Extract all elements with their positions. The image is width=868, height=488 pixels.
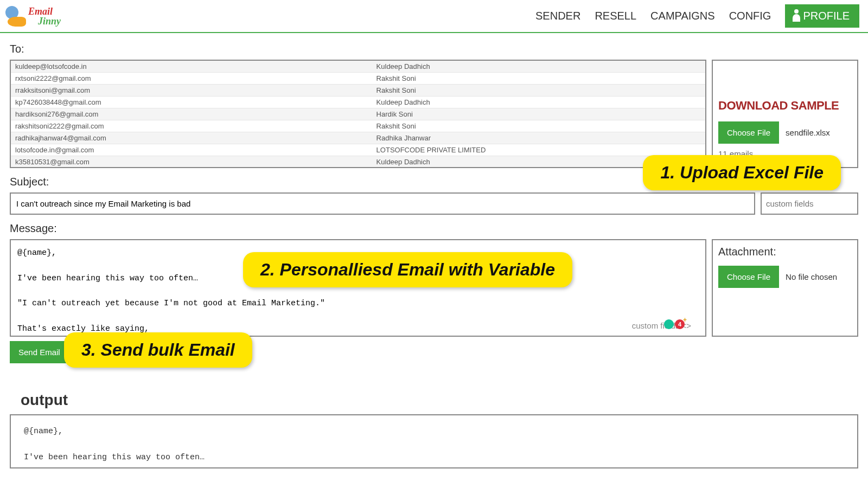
table-row[interactable]: rrakksitsoni@gmail.comRakshit Soni bbox=[11, 85, 705, 97]
person-icon bbox=[793, 14, 800, 22]
subject-custom-fields-select[interactable] bbox=[761, 192, 858, 215]
recipient-name: Kuldeep Dadhich bbox=[372, 97, 705, 108]
recipient-email: kuldeep@lotsofcode.in bbox=[11, 61, 372, 73]
table-row[interactable]: rxtsoni2222@gmail.comRakshit Soni bbox=[11, 73, 705, 85]
upload-choose-file-button[interactable]: Choose File bbox=[718, 121, 779, 144]
subject-row bbox=[10, 192, 858, 215]
send-email-button[interactable]: Send Email bbox=[10, 341, 69, 363]
message-row: custom fields <> 4 Attachment: Choose Fi… bbox=[10, 239, 858, 337]
recipient-email: lotsofcode.in@gmail.com bbox=[11, 144, 372, 156]
recipient-email: rakshitsoni2222@gmail.com bbox=[11, 120, 372, 132]
upload-filename: sendfile.xlsx bbox=[786, 128, 830, 137]
upload-panel: DOWNLOAD SAMPLE Choose File sendfile.xls… bbox=[712, 60, 858, 168]
recipients-table: kuldeep@lotsofcode.inKuldeep Dadhichrxts… bbox=[11, 61, 705, 167]
callout-personalise: 2. Personalliesd Email with Variable bbox=[243, 252, 572, 287]
recipient-email: hardiksoni276@gmail.com bbox=[11, 108, 372, 120]
nav-menu: SENDER RESELL CAMPAIGNS CONFIG PROFILE bbox=[535, 4, 859, 28]
table-row[interactable]: kp7426038448@gmail.comKuldeep Dadhich bbox=[11, 97, 705, 108]
recipient-name: Rakshit Soni bbox=[372, 85, 705, 97]
recipient-name: Kuldeep Dadhich bbox=[372, 61, 705, 73]
output-section: output @{name}, I've been hearing this w… bbox=[0, 386, 868, 468]
profile-button[interactable]: PROFILE bbox=[785, 4, 859, 28]
table-row[interactable]: lotsofcode.in@gmail.comLOTSOFCODE PRIVAT… bbox=[11, 144, 705, 156]
message-label: Message: bbox=[10, 222, 858, 235]
recipient-name: Radhika Jhanwar bbox=[372, 132, 705, 144]
to-row: kuldeep@lotsofcode.inKuldeep Dadhichrxts… bbox=[10, 60, 858, 168]
recipient-email: rrakksitsoni@gmail.com bbox=[11, 85, 372, 97]
attachment-status: No file chosen bbox=[786, 272, 837, 281]
callout-send: 3. Send bulk Email bbox=[64, 332, 252, 368]
profile-label: PROFILE bbox=[803, 10, 850, 22]
attachment-choose-file-button[interactable]: Choose File bbox=[718, 266, 779, 288]
recipient-email: rxtsoni2222@gmail.com bbox=[11, 73, 372, 85]
header-bar: Email Jinny SENDER RESELL CAMPAIGNS CONF… bbox=[0, 0, 868, 33]
recipient-name: Rakshit Soni bbox=[372, 73, 705, 85]
logo-text: Email Jinny bbox=[28, 7, 61, 26]
recipients-table-wrap: kuldeep@lotsofcode.inKuldeep Dadhichrxts… bbox=[10, 60, 706, 168]
to-label: To: bbox=[10, 43, 858, 55]
output-box[interactable]: @{name}, I've been hearing this way too … bbox=[10, 414, 858, 468]
download-sample-link[interactable]: DOWNLOAD SAMPLE bbox=[718, 99, 852, 113]
grammarly-badge[interactable]: 4 bbox=[664, 319, 685, 329]
nav-sender[interactable]: SENDER bbox=[535, 10, 580, 22]
main-content: To: kuldeep@lotsofcode.inKuldeep Dadhich… bbox=[0, 33, 868, 369]
nav-resell[interactable]: RESELL bbox=[595, 10, 636, 22]
table-row[interactable]: rakshitsoni2222@gmail.comRakshit Soni bbox=[11, 120, 705, 132]
nav-config[interactable]: CONFIG bbox=[729, 10, 771, 22]
recipient-name: Hardik Soni bbox=[372, 108, 705, 120]
table-row[interactable]: radhikajhanwar4@gmail.comRadhika Jhanwar bbox=[11, 132, 705, 144]
attachment-panel: Attachment: Choose File No file chosen bbox=[712, 239, 858, 337]
output-title: output bbox=[10, 386, 858, 414]
table-row[interactable]: kuldeep@lotsofcode.inKuldeep Dadhich bbox=[11, 61, 705, 73]
grammarly-issues-icon: 4 bbox=[675, 319, 685, 329]
nav-campaigns[interactable]: CAMPAIGNS bbox=[650, 10, 715, 22]
callout-upload: 1. Upload Excel File bbox=[643, 155, 841, 190]
lamp-genie-icon bbox=[4, 5, 27, 28]
table-row[interactable]: hardiksoni276@gmail.comHardik Soni bbox=[11, 108, 705, 120]
recipient-name: LOTSOFCODE PRIVATE LIMITED bbox=[372, 144, 705, 156]
recipient-email: radhikajhanwar4@gmail.com bbox=[11, 132, 372, 144]
recipient-email: k35810531@gmail.com bbox=[11, 156, 372, 168]
attachment-label: Attachment: bbox=[718, 246, 852, 258]
table-row[interactable]: k35810531@gmail.comKuldeep Dadhich bbox=[11, 156, 705, 168]
logo[interactable]: Email Jinny bbox=[4, 5, 61, 28]
recipients-scroll[interactable]: kuldeep@lotsofcode.inKuldeep Dadhichrxts… bbox=[11, 61, 705, 167]
recipient-name: Rakshit Soni bbox=[372, 120, 705, 132]
subject-input[interactable] bbox=[10, 192, 755, 215]
recipient-email: kp7426038448@gmail.com bbox=[11, 97, 372, 108]
grammarly-check-icon bbox=[664, 319, 674, 329]
